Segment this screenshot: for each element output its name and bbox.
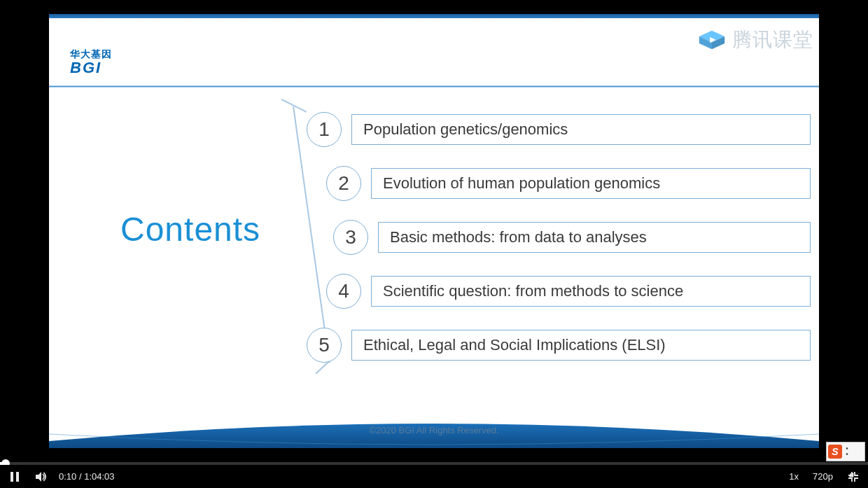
player-control-bar: 0:10 / 1:04:03 1x 720p: [0, 465, 868, 488]
contents-list: 1 Population genetics/genomics 2 Evoluti…: [307, 112, 811, 382]
contents-item: 5 Ethical, Legal and Social Implications…: [307, 328, 811, 363]
contents-item-number: 5: [307, 328, 342, 363]
slide-copyright: ©2020 BGI All Rights Reserved.: [369, 425, 498, 435]
ime-dropdown-icon: ••: [844, 446, 850, 457]
playback-speed-button[interactable]: 1x: [786, 471, 802, 482]
bgi-logo: 华大基因 BGI: [70, 49, 112, 77]
contents-item-number: 1: [307, 112, 342, 147]
bgi-logo-cn: 华大基因: [70, 49, 112, 60]
slide: 华大基因 BGI 腾讯课堂 Contents 1 Population gene…: [49, 14, 819, 448]
contents-item-label: Basic methods: from data to analyses: [378, 222, 811, 253]
pause-button[interactable]: [6, 468, 24, 486]
contents-item-number: 3: [333, 220, 368, 255]
watermark-text: 腾讯课堂: [732, 27, 813, 53]
total-time: 1:04:03: [84, 471, 114, 482]
contents-item: 2 Evolution of human population genomics: [326, 166, 811, 201]
bgi-logo-en: BGI: [70, 60, 112, 76]
fullscreen-toggle-button[interactable]: [844, 468, 862, 486]
current-time: 0:10: [59, 471, 76, 482]
svg-marker-6: [36, 472, 41, 482]
contents-item: 3 Basic methods: from data to analyses: [333, 220, 811, 255]
contents-item: 4 Scientific question: from methods to s…: [326, 274, 811, 309]
slide-top-bar: [49, 14, 819, 18]
contents-item-number: 2: [326, 166, 361, 201]
contents-item: 1 Population genetics/genomics: [307, 112, 811, 147]
ime-indicator[interactable]: S ••: [826, 442, 865, 461]
tencent-ketang-watermark: 腾讯课堂: [697, 27, 813, 53]
contents-item-label: Evolution of human population genomics: [371, 168, 811, 199]
slide-title: Contents: [120, 210, 260, 249]
contents-item-label: Ethical, Legal and Social Implications (…: [351, 330, 811, 361]
time-display: 0:10 / 1:04:03: [59, 471, 115, 482]
slide-header-divider: [49, 85, 819, 88]
ime-badge-icon: S: [828, 445, 842, 459]
volume-button[interactable]: [32, 468, 50, 486]
tencent-cube-icon: [697, 29, 727, 50]
contents-item-label: Scientific question: from methods to sci…: [371, 276, 811, 307]
svg-rect-5: [16, 472, 19, 482]
resolution-button[interactable]: 720p: [810, 471, 836, 482]
svg-rect-4: [10, 472, 13, 482]
contents-item-label: Population genetics/genomics: [351, 114, 811, 145]
time-separator: /: [76, 471, 84, 482]
contents-item-number: 4: [326, 274, 361, 309]
video-viewport[interactable]: 华大基因 BGI 腾讯课堂 Contents 1 Population gene…: [0, 0, 868, 462]
